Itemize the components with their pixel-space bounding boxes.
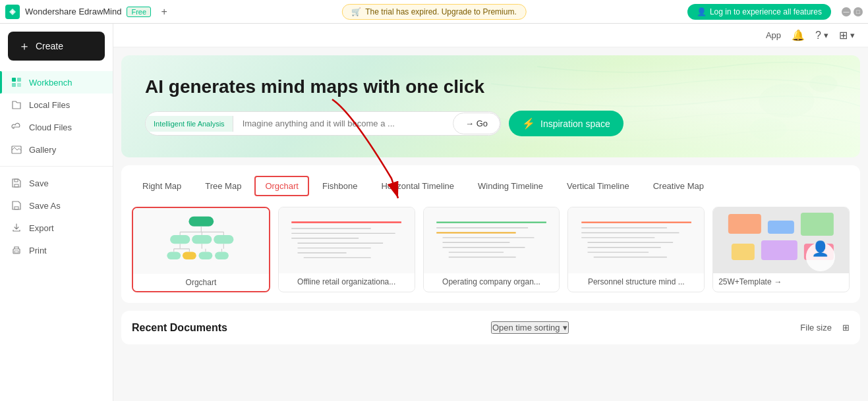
inspiration-button[interactable]: ⚡ Inspiration space [509,111,623,136]
sidebar-item-cloud-files[interactable]: Cloud Files [0,116,113,138]
app-logo [5,5,20,19]
template-card-offline-retail[interactable]: Offline retail organizationa... [278,207,415,292]
plus-icon: ＋ [18,38,30,54]
sidebar-item-save-as[interactable]: Save As [0,194,113,217]
gallery-label: Gallery [29,145,56,155]
recent-documents-section: Recent Documents Open time sorting ▾ Fil… [121,311,860,344]
hero-input-container: Intelligent file Analysis → Go [145,111,501,136]
template-card-more[interactable]: 👤 25W+Template → [712,207,850,292]
svg-rect-59 [728,214,761,234]
arrow-right-icon: → [774,277,782,286]
notification-button[interactable]: 🔔 [792,29,805,41]
sidebar-item-local-files[interactable]: Local Files [0,94,113,116]
cart-icon: 🛒 [351,7,361,16]
content-area: App 🔔 ? ▾ ⊞ ▾ [113,24,868,401]
window-controls: — □ [842,7,863,16]
template-card-orgchart[interactable]: Orgchart [132,207,270,292]
svg-rect-63 [761,240,797,260]
svg-rect-16 [192,235,212,244]
personnel-structure-thumbnail [568,207,704,273]
grid-settings-icon: ⊞ [839,29,848,41]
app-label: App [766,30,781,40]
tab-fishbone[interactable]: Fishbone [312,176,368,196]
sidebar-divider [0,166,113,167]
help-chevron: ▾ [824,30,828,40]
grid-view-button[interactable]: ⊞ [842,323,850,333]
svg-rect-23 [167,252,181,259]
header-toolbar: App 🔔 ? ▾ ⊞ ▾ [113,24,868,47]
app-name: Wondershare EdrawMind [25,7,121,16]
svg-rect-1 [17,78,21,82]
cloud-files-label: Cloud Files [29,122,72,132]
svg-rect-24 [183,252,196,259]
help-button[interactable]: ? ▾ [815,30,828,41]
svg-rect-60 [768,221,794,234]
save-label: Save [29,178,49,188]
sidebar-item-save[interactable]: Save [0,172,113,194]
titlebar-right: 👤 Log in to experience all features — □ [687,4,863,20]
personnel-structure-svg [575,213,697,269]
svg-rect-9 [14,251,18,253]
sidebar-item-print[interactable]: Print [0,239,113,261]
recent-documents-title: Recent Documents [132,322,227,334]
orgchart-label: Orgchart [133,274,269,291]
tab-vertical-timeline[interactable]: Vertical Timeline [556,176,640,196]
svg-rect-7 [14,207,18,209]
lightning-icon: ⚡ [522,117,535,130]
hero-input-row: Intelligent file Analysis → Go ⚡ Inspira… [145,111,836,136]
help-icon: ? [815,30,821,41]
settings-chevron: ▾ [850,30,855,40]
ai-tag: Intelligent file Analysis [146,116,233,132]
sort-chevron-icon: ▾ [563,323,567,333]
new-tab-button[interactable]: + [156,4,172,20]
svg-rect-17 [214,235,233,244]
sidebar-item-export[interactable]: Export [0,217,113,239]
local-files-label: Local Files [29,100,70,110]
sidebar-item-workbench[interactable]: Workbench [0,71,113,94]
print-icon [11,244,22,256]
svg-rect-14 [188,216,214,226]
go-button[interactable]: → Go [453,113,500,134]
app-button[interactable]: App [766,30,781,40]
svg-rect-26 [215,252,229,259]
sort-button[interactable]: Open time sorting ▾ [491,321,569,334]
templates-section: Right Map Tree Map Orgchart Fishbone Hor… [121,165,860,303]
minimize-button[interactable]: — [842,7,851,16]
svg-rect-25 [198,252,212,259]
svg-rect-2 [12,83,16,87]
print-label: Print [29,246,47,255]
tab-right-map[interactable]: Right Map [132,176,192,196]
tab-tree-map[interactable]: Tree Map [194,176,252,196]
svg-rect-62 [732,244,755,260]
template-tabs: Right Map Tree Map Orgchart Fishbone Hor… [132,176,850,196]
template-grid: Orgchart [132,207,850,292]
tab-horizontal-timeline[interactable]: Horizontal Timeline [370,176,465,196]
template-card-personnel-structure[interactable]: Personnel structure mind ... [567,207,705,292]
trial-banner: 🛒 The trial has expired. Upgrade to Prem… [341,4,526,20]
svg-text:👤: 👤 [812,240,830,257]
settings-button[interactable]: ⊞ ▾ [839,29,855,41]
more-svg: 👤 [713,207,849,273]
tab-orgchart[interactable]: Orgchart [254,176,309,196]
save-as-icon [11,200,22,211]
operating-company-svg [430,213,552,269]
create-button[interactable]: ＋ Create [8,32,105,61]
gallery-icon [11,144,22,155]
orgchart-svg [147,213,256,269]
tab-creative-map[interactable]: Creative Map [643,176,714,196]
main-layout: ＋ Create Workbench Local Files Cloud Fil… [0,24,868,401]
hero-decoration [491,55,861,157]
save-icon [11,177,22,189]
tab-winding-timeline[interactable]: Winding Timeline [467,176,554,196]
maximize-button[interactable]: □ [854,7,863,16]
hero-input[interactable] [233,112,453,135]
svg-rect-6 [14,179,18,182]
svg-rect-0 [12,78,16,82]
more-thumbnail: 👤 [713,207,849,273]
trial-text: The trial has expired. Upgrade to Premiu… [365,7,516,16]
sidebar: ＋ Create Workbench Local Files Cloud Fil… [0,24,113,401]
template-card-operating-company[interactable]: Operating company organ... [423,207,560,292]
svg-rect-5 [14,184,18,187]
sidebar-item-gallery[interactable]: Gallery [0,138,113,161]
login-button[interactable]: 👤 Log in to experience all features [687,4,831,20]
